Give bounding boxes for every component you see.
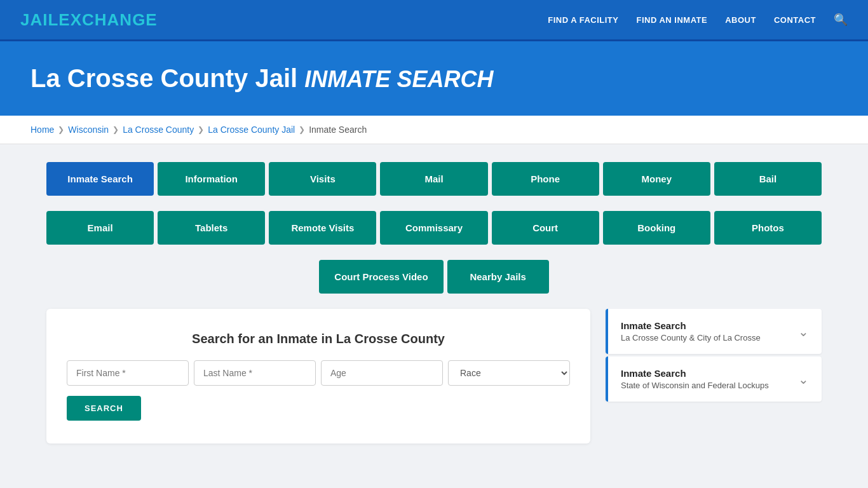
- search-form-title: Search for an Inmate in La Crosse County: [67, 332, 570, 346]
- breadcrumb: Home ❯ Wisconsin ❯ La Crosse County ❯ La…: [0, 116, 868, 144]
- breadcrumb-sep-3: ❯: [198, 125, 204, 134]
- breadcrumb-current: Inmate Search: [309, 125, 367, 135]
- search-button[interactable]: SEARCH: [67, 396, 141, 421]
- nav-find-inmate[interactable]: FIND AN INMATE: [636, 15, 707, 25]
- btn-mail[interactable]: Mail: [380, 162, 487, 196]
- chevron-down-icon-1: ⌄: [798, 324, 809, 339]
- nav-contact[interactable]: CONTACT: [774, 15, 816, 25]
- main-content: Inmate Search Information Visits Mail Ph…: [21, 144, 847, 461]
- first-name-input[interactable]: [67, 360, 189, 386]
- sidebar-card-1[interactable]: Inmate Search La Crosse County & City of…: [606, 309, 822, 354]
- btn-email[interactable]: Email: [46, 211, 154, 245]
- chevron-down-icon-2: ⌄: [798, 372, 809, 387]
- search-icon[interactable]: 🔍: [834, 13, 848, 27]
- sidebar: Inmate Search La Crosse County & City of…: [606, 309, 822, 404]
- breadcrumb-sep-2: ❯: [112, 125, 119, 134]
- breadcrumb-home[interactable]: Home: [31, 125, 54, 135]
- nav-find-facility[interactable]: FIND A FACILITY: [548, 15, 618, 25]
- btn-phone[interactable]: Phone: [492, 162, 599, 196]
- page-title: La Crosse County Jail INMATE SEARCH: [31, 64, 837, 93]
- breadcrumb-wisconsin[interactable]: Wisconsin: [68, 125, 109, 135]
- btn-commissary[interactable]: Commissary: [380, 211, 487, 245]
- brand-logo[interactable]: JAILEXCHANGE: [20, 10, 158, 30]
- sidebar-card-2-text: Inmate Search State of Wisconsin and Fed…: [621, 368, 769, 390]
- search-fields: Race White Black Hispanic Asian Other: [67, 360, 570, 386]
- btn-information[interactable]: Information: [158, 162, 265, 196]
- brand-part2: EXCHANGE: [58, 10, 157, 29]
- hero-section: La Crosse County Jail INMATE SEARCH: [0, 41, 868, 116]
- search-form-card: Search for an Inmate in La Crosse County…: [46, 309, 590, 444]
- btn-inmate-search[interactable]: Inmate Search: [46, 162, 154, 196]
- nav-button-row-3: Court Process Video Nearby Jails: [46, 260, 822, 294]
- btn-visits[interactable]: Visits: [269, 162, 376, 196]
- btn-remote-visits[interactable]: Remote Visits: [269, 211, 376, 245]
- breadcrumb-la-crosse-county[interactable]: La Crosse County: [123, 125, 194, 135]
- btn-booking[interactable]: Booking: [603, 211, 710, 245]
- btn-nearby-jails[interactable]: Nearby Jails: [447, 260, 549, 294]
- breadcrumb-jail[interactable]: La Crosse County Jail: [208, 125, 295, 135]
- sidebar-card-1-subtitle: La Crosse County & City of La Crosse: [621, 333, 761, 342]
- breadcrumb-sep-1: ❯: [58, 125, 64, 134]
- sidebar-card-1-text: Inmate Search La Crosse County & City of…: [621, 320, 761, 342]
- main-nav: JAILEXCHANGE FIND A FACILITY FIND AN INM…: [0, 0, 868, 41]
- sidebar-card-2[interactable]: Inmate Search State of Wisconsin and Fed…: [606, 356, 822, 402]
- btn-tablets[interactable]: Tablets: [158, 211, 265, 245]
- nav-button-row-2: Email Tablets Remote Visits Commissary C…: [46, 211, 822, 245]
- sidebar-card-1-title: Inmate Search: [621, 320, 761, 331]
- sidebar-card-2-subtitle: State of Wisconsin and Federal Lockups: [621, 381, 769, 390]
- last-name-input[interactable]: [194, 360, 316, 386]
- sidebar-card-2-title: Inmate Search: [621, 368, 769, 379]
- race-select[interactable]: Race White Black Hispanic Asian Other: [448, 360, 570, 386]
- btn-photos[interactable]: Photos: [714, 211, 822, 245]
- btn-court[interactable]: Court: [492, 211, 599, 245]
- breadcrumb-sep-4: ❯: [299, 125, 305, 134]
- nav-about[interactable]: ABOUT: [725, 15, 756, 25]
- brand-part1: JAIL: [20, 10, 58, 29]
- lower-section: Search for an Inmate in La Crosse County…: [46, 309, 822, 444]
- btn-bail[interactable]: Bail: [714, 162, 822, 196]
- btn-court-process-video[interactable]: Court Process Video: [319, 260, 443, 294]
- nav-links: FIND A FACILITY FIND AN INMATE ABOUT CON…: [548, 13, 848, 27]
- age-input[interactable]: [321, 360, 443, 386]
- nav-button-row-1: Inmate Search Information Visits Mail Ph…: [46, 162, 822, 196]
- btn-money[interactable]: Money: [603, 162, 710, 196]
